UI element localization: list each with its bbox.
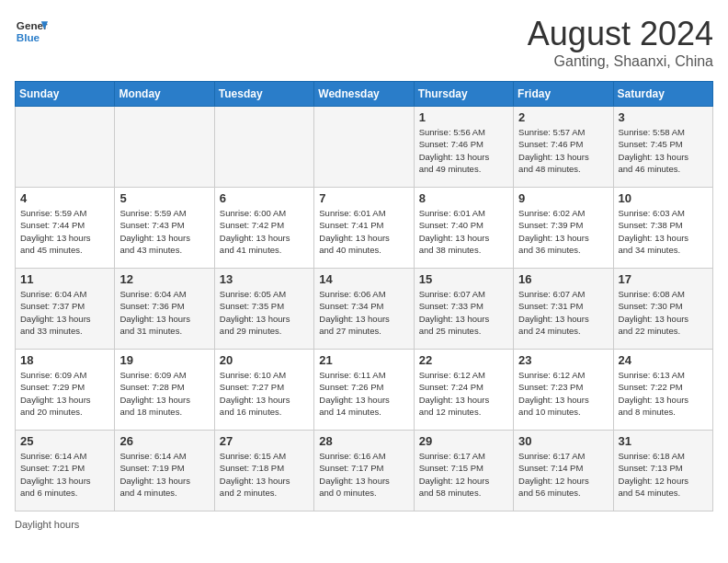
calendar-cell — [16, 107, 115, 188]
day-info: Sunrise: 6:04 AM Sunset: 7:37 PM Dayligh… — [20, 288, 109, 337]
day-info: Sunrise: 5:57 AM Sunset: 7:46 PM Dayligh… — [518, 126, 608, 175]
calendar-cell: 1Sunrise: 5:56 AM Sunset: 7:46 PM Daylig… — [414, 107, 513, 188]
day-info: Sunrise: 6:14 AM Sunset: 7:21 PM Dayligh… — [20, 450, 109, 499]
calendar-cell: 11Sunrise: 6:04 AM Sunset: 7:37 PM Dayli… — [16, 269, 115, 350]
day-number: 9 — [518, 191, 608, 205]
day-number: 16 — [518, 272, 608, 286]
day-number: 15 — [419, 272, 508, 286]
day-info: Sunrise: 5:58 AM Sunset: 7:45 PM Dayligh… — [619, 126, 708, 175]
calendar-table: SundayMondayTuesdayWednesdayThursdayFrid… — [15, 81, 713, 511]
day-info: Sunrise: 6:09 AM Sunset: 7:29 PM Dayligh… — [20, 369, 109, 418]
calendar-cell: 25Sunrise: 6:14 AM Sunset: 7:21 PM Dayli… — [16, 431, 115, 511]
calendar-cell: 8Sunrise: 6:01 AM Sunset: 7:40 PM Daylig… — [414, 188, 513, 269]
calendar-header-row: SundayMondayTuesdayWednesdayThursdayFrid… — [16, 82, 713, 107]
day-info: Sunrise: 6:17 AM Sunset: 7:14 PM Dayligh… — [518, 450, 608, 499]
day-info: Sunrise: 6:07 AM Sunset: 7:31 PM Dayligh… — [518, 288, 608, 337]
day-number: 30 — [518, 434, 608, 448]
day-number: 17 — [619, 272, 708, 286]
day-info: Sunrise: 6:12 AM Sunset: 7:23 PM Dayligh… — [518, 369, 608, 418]
day-number: 2 — [518, 110, 608, 124]
day-number: 20 — [220, 353, 309, 367]
day-number: 1 — [419, 110, 508, 124]
day-info: Sunrise: 6:03 AM Sunset: 7:38 PM Dayligh… — [619, 207, 708, 256]
day-info: Sunrise: 6:08 AM Sunset: 7:30 PM Dayligh… — [619, 288, 708, 337]
calendar-cell: 29Sunrise: 6:17 AM Sunset: 7:15 PM Dayli… — [414, 431, 513, 511]
logo: General Blue — [15, 15, 48, 48]
calendar-week-row: 25Sunrise: 6:14 AM Sunset: 7:21 PM Dayli… — [16, 431, 713, 511]
day-number: 25 — [20, 434, 109, 448]
daylight-label: Daylight hours — [15, 519, 79, 530]
calendar-day-header: Wednesday — [314, 82, 414, 107]
day-number: 6 — [220, 191, 309, 205]
calendar-week-row: 1Sunrise: 5:56 AM Sunset: 7:46 PM Daylig… — [16, 107, 713, 188]
month-year: August 2024 — [528, 15, 713, 53]
calendar-cell: 27Sunrise: 6:15 AM Sunset: 7:18 PM Dayli… — [214, 431, 313, 511]
day-info: Sunrise: 6:00 AM Sunset: 7:42 PM Dayligh… — [220, 207, 309, 256]
day-number: 22 — [419, 353, 508, 367]
calendar-cell: 12Sunrise: 6:04 AM Sunset: 7:36 PM Dayli… — [115, 269, 214, 350]
day-info: Sunrise: 5:59 AM Sunset: 7:44 PM Dayligh… — [20, 207, 109, 256]
day-info: Sunrise: 6:13 AM Sunset: 7:22 PM Dayligh… — [619, 369, 708, 418]
day-info: Sunrise: 6:01 AM Sunset: 7:41 PM Dayligh… — [319, 207, 408, 256]
day-info: Sunrise: 6:15 AM Sunset: 7:18 PM Dayligh… — [220, 450, 309, 499]
day-number: 29 — [419, 434, 508, 448]
day-number: 19 — [119, 353, 209, 367]
day-info: Sunrise: 6:04 AM Sunset: 7:36 PM Dayligh… — [119, 288, 209, 337]
day-info: Sunrise: 6:07 AM Sunset: 7:33 PM Dayligh… — [419, 288, 508, 337]
logo-icon: General Blue — [15, 15, 48, 48]
calendar-cell: 3Sunrise: 5:58 AM Sunset: 7:45 PM Daylig… — [613, 107, 712, 188]
calendar-week-row: 4Sunrise: 5:59 AM Sunset: 7:44 PM Daylig… — [16, 188, 713, 269]
calendar-day-header: Monday — [115, 82, 214, 107]
day-number: 11 — [20, 272, 109, 286]
day-number: 27 — [220, 434, 309, 448]
calendar-week-row: 11Sunrise: 6:04 AM Sunset: 7:37 PM Dayli… — [16, 269, 713, 350]
footer: Daylight hours — [15, 519, 713, 530]
day-info: Sunrise: 6:18 AM Sunset: 7:13 PM Dayligh… — [619, 450, 708, 499]
calendar-cell: 14Sunrise: 6:06 AM Sunset: 7:34 PM Dayli… — [314, 269, 414, 350]
day-info: Sunrise: 6:02 AM Sunset: 7:39 PM Dayligh… — [518, 207, 608, 256]
calendar-cell: 15Sunrise: 6:07 AM Sunset: 7:33 PM Dayli… — [414, 269, 513, 350]
day-number: 28 — [319, 434, 408, 448]
calendar-cell: 17Sunrise: 6:08 AM Sunset: 7:30 PM Dayli… — [613, 269, 712, 350]
day-number: 13 — [220, 272, 309, 286]
calendar-cell: 5Sunrise: 5:59 AM Sunset: 7:43 PM Daylig… — [115, 188, 214, 269]
calendar-cell — [214, 107, 313, 188]
calendar-cell: 4Sunrise: 5:59 AM Sunset: 7:44 PM Daylig… — [16, 188, 115, 269]
calendar-cell: 22Sunrise: 6:12 AM Sunset: 7:24 PM Dayli… — [414, 350, 513, 431]
day-number: 8 — [419, 191, 508, 205]
day-number: 23 — [518, 353, 608, 367]
calendar-cell: 21Sunrise: 6:11 AM Sunset: 7:26 PM Dayli… — [314, 350, 414, 431]
day-number: 5 — [119, 191, 209, 205]
day-info: Sunrise: 6:16 AM Sunset: 7:17 PM Dayligh… — [319, 450, 408, 499]
day-number: 10 — [619, 191, 708, 205]
day-info: Sunrise: 6:12 AM Sunset: 7:24 PM Dayligh… — [419, 369, 508, 418]
calendar-cell: 24Sunrise: 6:13 AM Sunset: 7:22 PM Dayli… — [613, 350, 712, 431]
day-info: Sunrise: 6:05 AM Sunset: 7:35 PM Dayligh… — [220, 288, 309, 337]
calendar-day-header: Saturday — [613, 82, 712, 107]
day-number: 12 — [119, 272, 209, 286]
calendar-cell: 10Sunrise: 6:03 AM Sunset: 7:38 PM Dayli… — [613, 188, 712, 269]
calendar-cell: 9Sunrise: 6:02 AM Sunset: 7:39 PM Daylig… — [514, 188, 613, 269]
calendar-day-header: Sunday — [16, 82, 115, 107]
location: Ganting, Shaanxi, China — [528, 53, 713, 70]
page-header: General Blue August 2024 Ganting, Shaanx… — [15, 15, 713, 70]
calendar-cell: 18Sunrise: 6:09 AM Sunset: 7:29 PM Dayli… — [16, 350, 115, 431]
day-number: 3 — [619, 110, 708, 124]
calendar-cell: 7Sunrise: 6:01 AM Sunset: 7:41 PM Daylig… — [314, 188, 414, 269]
calendar-cell: 26Sunrise: 6:14 AM Sunset: 7:19 PM Dayli… — [115, 431, 214, 511]
calendar-cell — [314, 107, 414, 188]
calendar-day-header: Tuesday — [214, 82, 313, 107]
day-number: 14 — [319, 272, 408, 286]
calendar-cell: 31Sunrise: 6:18 AM Sunset: 7:13 PM Dayli… — [613, 431, 712, 511]
calendar-cell: 6Sunrise: 6:00 AM Sunset: 7:42 PM Daylig… — [214, 188, 313, 269]
calendar-week-row: 18Sunrise: 6:09 AM Sunset: 7:29 PM Dayli… — [16, 350, 713, 431]
day-number: 7 — [319, 191, 408, 205]
day-number: 26 — [119, 434, 209, 448]
calendar-cell: 19Sunrise: 6:09 AM Sunset: 7:28 PM Dayli… — [115, 350, 214, 431]
day-info: Sunrise: 5:59 AM Sunset: 7:43 PM Dayligh… — [119, 207, 209, 256]
calendar-day-header: Friday — [514, 82, 613, 107]
day-info: Sunrise: 6:10 AM Sunset: 7:27 PM Dayligh… — [220, 369, 309, 418]
calendar-cell: 20Sunrise: 6:10 AM Sunset: 7:27 PM Dayli… — [214, 350, 313, 431]
calendar-cell — [115, 107, 214, 188]
day-number: 31 — [619, 434, 708, 448]
